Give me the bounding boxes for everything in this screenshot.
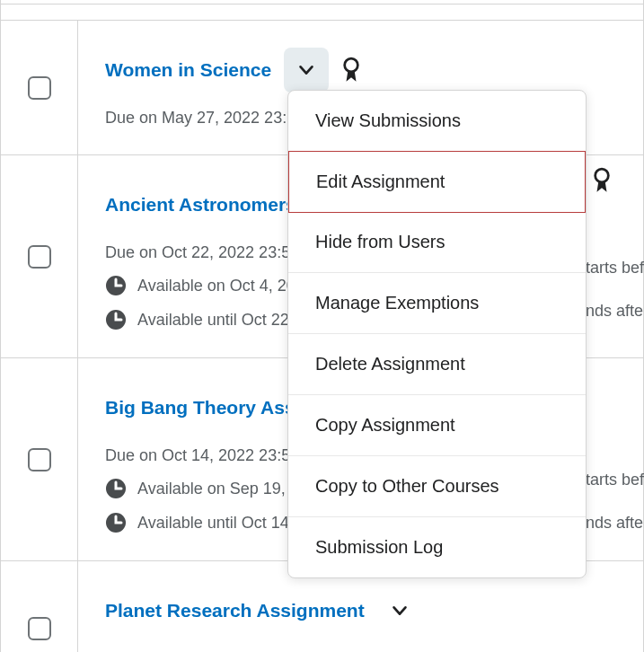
row-checkbox[interactable]	[28, 76, 51, 100]
row-actions-toggle[interactable]	[377, 588, 422, 633]
row-checkbox[interactable]	[28, 245, 51, 269]
assignment-actions-menu: View SubmissionsEdit AssignmentHide from…	[287, 90, 587, 578]
assignment-badge	[592, 167, 612, 194]
menu-item[interactable]: Hide from Users	[288, 212, 586, 273]
checkbox-cell	[1, 358, 78, 560]
assignment-title-link[interactable]: Planet Research Assignment	[105, 600, 365, 621]
menu-item[interactable]: Manage Exemptions	[288, 273, 586, 334]
menu-item[interactable]: Copy to Other Courses	[288, 456, 586, 517]
checkbox-cell	[1, 155, 78, 357]
clock-icon	[105, 512, 127, 533]
checkbox-cell	[1, 561, 78, 652]
clock-icon	[105, 478, 127, 499]
assignment-title-link[interactable]: Women in Science	[105, 59, 271, 81]
menu-item[interactable]: Copy Assignment	[288, 395, 586, 456]
menu-item[interactable]: Submission Log	[288, 517, 586, 577]
clock-icon	[105, 309, 127, 330]
clock-icon	[105, 275, 127, 296]
title-line: Women in Science	[105, 48, 643, 93]
row-checkbox[interactable]	[28, 448, 51, 471]
menu-item[interactable]: View Submissions	[288, 91, 586, 152]
row-actions-toggle[interactable]	[284, 48, 329, 93]
row-checkbox[interactable]	[28, 617, 51, 640]
table-header-strip-2	[0, 4, 644, 21]
award-icon	[341, 57, 361, 84]
svg-point-0	[345, 58, 358, 72]
title-line: Planet Research Assignment	[105, 588, 643, 633]
menu-item[interactable]: Edit Assignment	[288, 151, 586, 213]
menu-item[interactable]: Delete Assignment	[288, 334, 586, 395]
svg-point-6	[595, 169, 609, 182]
checkbox-cell	[1, 21, 78, 154]
